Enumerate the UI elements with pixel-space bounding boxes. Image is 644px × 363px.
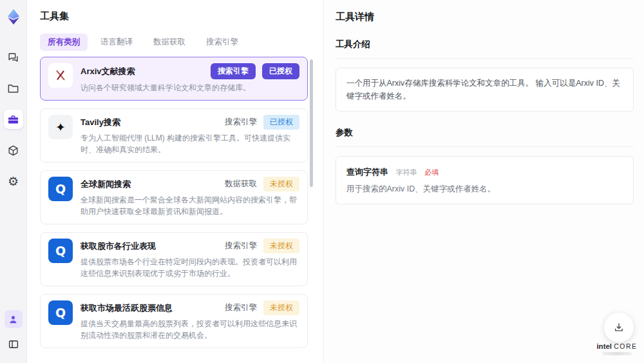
tool-category-label: 搜索引擎 <box>225 240 257 251</box>
tool-name: 获取股市各行业表现 <box>80 240 220 252</box>
sidebar-item-toolset[interactable] <box>4 110 23 129</box>
tool-status-badge: 未授权 <box>263 177 299 191</box>
sidebar-item-settings[interactable]: ⚙ <box>4 172 23 191</box>
tavily-star-icon: ✦ <box>48 115 73 139</box>
tool-card-global-news[interactable]: Q 全球新闻搜索 数据获取 未授权 全球新闻搜索是一个聚合全球各大新闻网站内容的… <box>40 170 308 224</box>
intel-logo-shine <box>602 352 632 355</box>
param-desc: 用于搜索的Arxiv ID、关键字或作者姓名。 <box>346 184 623 195</box>
tool-status-badge: 未授权 <box>263 239 299 253</box>
tool-status-badge: 已授权 <box>263 115 299 130</box>
user-avatar-button[interactable] <box>5 310 23 328</box>
tool-desc: 专为人工智能代理 (LLM) 构建的搜索引擎工具。可快速提供实时、准确和真实的结… <box>80 132 299 155</box>
tool-list: Arxiv文献搜索 搜索引擎 已授权 访问各个研究领域大量科学论文和文章的存储库… <box>40 57 308 355</box>
intel-core-logo: intel CORE <box>594 342 640 355</box>
left-nav-rail: ⚙ <box>0 0 27 363</box>
tool-category-badge: 搜索引擎 <box>211 63 256 79</box>
tool-desc: 提供股票市场各个行业在特定时间段内的表现。投资者可以利用这些信息来识别表现优于或… <box>80 256 299 279</box>
news-search-icon: Q <box>48 239 73 263</box>
param-required-badge: 必填 <box>424 168 439 176</box>
tool-name: Arxiv文献搜索 <box>80 66 205 77</box>
tool-category-label: 搜索引擎 <box>225 302 257 313</box>
tool-status-badge: 已授权 <box>262 63 299 79</box>
param-header: 查询字符串 字符串 必填 <box>346 166 623 178</box>
params-heading: 参数 <box>336 127 634 147</box>
arxiv-logo-icon <box>48 63 73 88</box>
folder-icon <box>7 83 19 95</box>
tool-category-label: 数据获取 <box>225 179 257 190</box>
gear-icon: ⚙ <box>8 175 19 188</box>
intro-card: 一个用于从Arxiv存储库搜索科学论文和文章的工具。 输入可以是Arxiv ID… <box>336 68 634 112</box>
tool-desc: 提供当天交易量最高的股票列表，投资者可以利用这些信息来识别流动性强的股票和潜在的… <box>80 318 299 341</box>
sidebar-item-files[interactable] <box>4 79 23 98</box>
collapse-panel-button[interactable] <box>4 335 23 354</box>
tool-name: Tavily搜索 <box>80 117 220 128</box>
core-wordmark: CORE <box>614 342 637 350</box>
tool-card-arxiv[interactable]: Arxiv文献搜索 搜索引擎 已授权 访问各个研究领域大量科学论文和文章的存储库… <box>40 57 308 101</box>
sidebar-item-models[interactable] <box>4 141 23 160</box>
param-name: 查询字符串 <box>346 167 388 177</box>
panel-toggle-icon <box>8 338 19 350</box>
toolset-panel: 工具集 所有类别 语言翻译 数据获取 搜索引擎 Arxiv文献搜索 搜索引擎 已… <box>27 0 323 363</box>
tool-detail-panel: 工具详情 工具介绍 一个用于从Arxiv存储库搜索科学论文和文章的工具。 输入可… <box>323 0 644 363</box>
chat-icon <box>7 52 19 64</box>
intel-wordmark: intel <box>596 342 612 350</box>
param-type: 字符串 <box>395 168 417 176</box>
tab-language-translation[interactable]: 语言翻译 <box>93 34 140 51</box>
toolbox-icon <box>7 113 19 126</box>
tab-all-categories[interactable]: 所有类别 <box>40 34 88 51</box>
page-title: 工具集 <box>40 10 323 23</box>
intro-text: 一个用于从Arxiv存储库搜索科学论文和文章的工具。 输入可以是Arxiv ID… <box>346 79 620 101</box>
tool-card-most-active-stocks[interactable]: Q 获取市场最活跃股票信息 搜索引擎 未授权 提供当天交易量最高的股票列表，投资… <box>40 294 308 348</box>
tool-category-label: 搜索引擎 <box>225 117 257 128</box>
news-search-icon: Q <box>48 300 73 325</box>
scrollbar-thumb[interactable] <box>310 59 313 187</box>
tool-desc: 访问各个研究领域大量科学论文和文章的存储库。 <box>80 82 299 93</box>
param-card: 查询字符串 字符串 必填 用于搜索的Arxiv ID、关键字或作者姓名。 <box>336 156 634 204</box>
user-icon <box>8 314 19 325</box>
tab-data-acquisition[interactable]: 数据获取 <box>146 34 193 51</box>
news-search-icon: Q <box>48 177 73 201</box>
tab-search-engine[interactable]: 搜索引擎 <box>198 34 246 51</box>
tool-desc: 全球新闻搜索是一个聚合全球各大新闻网站内容的搜索引擎，帮助用户快速获取全球最新资… <box>80 194 299 217</box>
intro-heading: 工具介绍 <box>336 39 634 59</box>
tool-card-sector-performance[interactable]: Q 获取股市各行业表现 搜索引擎 未授权 提供股票市场各个行业在特定时间段内的表… <box>40 232 308 286</box>
download-button[interactable] <box>604 313 634 342</box>
detail-title: 工具详情 <box>336 11 634 23</box>
tool-name: 全球新闻搜索 <box>80 179 220 190</box>
download-icon <box>613 322 625 333</box>
tool-status-badge: 未授权 <box>263 300 299 315</box>
tool-card-tavily[interactable]: ✦ Tavily搜索 搜索引擎 已授权 专为人工智能代理 (LLM) 构建的搜索… <box>40 108 308 162</box>
category-tabs: 所有类别 语言翻译 数据获取 搜索引擎 <box>40 34 323 51</box>
sidebar-item-chat[interactable] <box>4 48 23 67</box>
app-logo-icon <box>5 8 23 26</box>
tool-name: 获取市场最活跃股票信息 <box>80 302 220 314</box>
cube-icon <box>7 144 19 157</box>
